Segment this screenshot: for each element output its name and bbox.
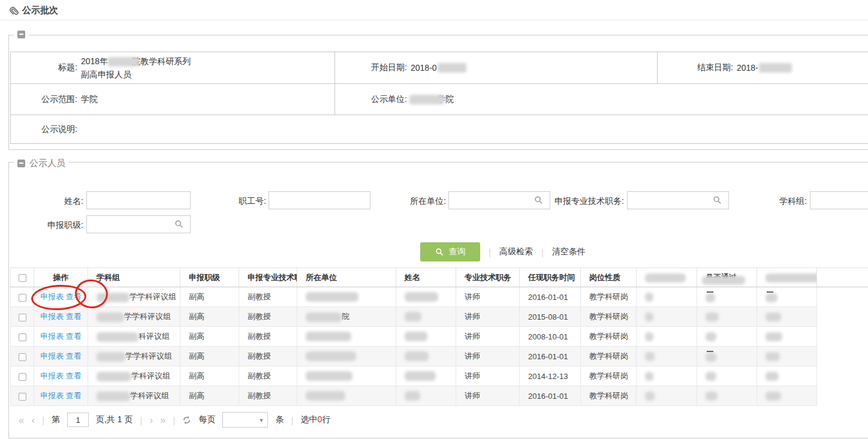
declaration-form-link[interactable]: 申报表 xyxy=(40,371,64,380)
subject-group-cell: 学科评议组 xyxy=(88,386,180,406)
subject-group-cell: 学科评议组 xyxy=(88,366,180,386)
unit-cell xyxy=(297,327,396,347)
redacted-blur xyxy=(765,392,781,401)
redacted-blur xyxy=(645,332,653,341)
subject-group-filter-input[interactable] xyxy=(810,191,868,209)
collapse-icon[interactable] xyxy=(17,31,25,38)
first-page-button[interactable]: « xyxy=(19,415,24,425)
page-title: 公示批次 xyxy=(22,5,58,16)
declaration-form-link[interactable]: 申报表 xyxy=(40,351,64,360)
declared-title-filter-label: 申报专业技术职务: xyxy=(548,196,624,206)
per-page-select[interactable]: ▼ xyxy=(222,412,268,428)
next-page-button[interactable]: › xyxy=(149,415,153,425)
declared-title-filter-input[interactable] xyxy=(627,191,729,209)
page-number-input[interactable] xyxy=(67,413,89,427)
name-cell xyxy=(396,386,456,406)
refresh-icon[interactable] xyxy=(182,416,191,425)
name-cell xyxy=(396,307,456,327)
pager: « ‹ | 第 页,共 1 页 | › » | 每页 ▼ 条 | 选中0行 xyxy=(19,411,330,429)
redacted-blur xyxy=(706,312,719,321)
name-cell xyxy=(396,287,456,307)
last-page-button[interactable]: » xyxy=(160,415,165,425)
declaration-form-link[interactable]: 申报表 xyxy=(40,292,64,301)
tenure-date-cell: 2015-08-01 xyxy=(520,307,581,327)
divider: | xyxy=(541,247,544,257)
column-header-label: 操作 xyxy=(53,273,69,282)
column-header-label: 任现职务时间 xyxy=(528,273,575,282)
redacted-blur xyxy=(409,95,444,104)
post-type-cell: 教学科研岗 xyxy=(581,347,637,366)
staff-no-filter-input[interactable] xyxy=(269,191,370,209)
declaration-form-link[interactable]: 申报表 xyxy=(40,391,64,400)
redacted-blur xyxy=(706,392,718,401)
declaration-form-link[interactable]: 申报表 xyxy=(40,332,64,341)
declared-rank-cell: 副高 xyxy=(180,366,239,386)
collapse-icon[interactable] xyxy=(17,160,25,167)
column-header: 专业技术职务 xyxy=(456,268,520,287)
unit-filter-input[interactable] xyxy=(448,191,550,209)
view-link[interactable]: 查看 xyxy=(66,332,82,341)
redacted-blur xyxy=(306,292,358,302)
advanced-search-button[interactable]: 高级检索 xyxy=(499,246,533,257)
row-checkbox[interactable] xyxy=(19,333,26,341)
declared-title-cell: 副教授 xyxy=(239,386,297,406)
row-actions-cell: 申报表 查看 xyxy=(34,347,88,366)
view-link[interactable]: 查看 xyxy=(66,351,82,360)
view-link[interactable]: 查看 xyxy=(66,292,82,301)
declaration-form-link[interactable]: 申报表 xyxy=(40,312,64,321)
column-header: 岗位性质 xyxy=(581,268,637,287)
table-row: 申报表 查看科评议组副高副教授讲师2008-10-01教学科研岗 xyxy=(11,327,868,347)
filler-cell xyxy=(817,327,868,347)
end-date-label: 结束日期: xyxy=(658,62,733,73)
redacted-blur xyxy=(97,293,129,302)
row-checkbox[interactable] xyxy=(19,294,26,302)
view-link[interactable]: 查看 xyxy=(66,312,82,321)
row-checkbox[interactable] xyxy=(19,353,26,361)
column-header-label: 所在单位 xyxy=(306,273,337,282)
post-type-cell: 教学科研岗 xyxy=(581,307,637,327)
row-checkbox[interactable] xyxy=(19,373,26,381)
redacted-blur xyxy=(706,332,716,341)
redacted-blur xyxy=(702,276,745,285)
declared-rank-cell: 副高 xyxy=(180,386,239,406)
prev-page-button[interactable]: ‹ xyxy=(31,415,35,425)
subject-group-text: 学学科评议组 xyxy=(124,312,171,321)
table-header-row: 操作学科组申报职级申报专业技术职务所在单位姓名专业技术职务任现职务时间岗位性质是… xyxy=(11,268,868,287)
column-header-label: 姓名 xyxy=(405,273,420,282)
redacted-cell xyxy=(637,386,697,406)
clear-filters-button[interactable]: 清空条件 xyxy=(552,246,586,257)
search-button[interactable]: 查询 xyxy=(420,242,480,261)
redacted-cell xyxy=(637,327,697,347)
batch-info-table: 标题: 2018年院教学科研系列 副高申报人员 开始日期: 2018-0 xyxy=(10,52,868,144)
row-checkbox[interactable] xyxy=(19,314,26,321)
title-value-suffix: 院教学科研系列 xyxy=(132,56,191,66)
redacted-blur xyxy=(97,352,125,362)
column-header: 姓名 xyxy=(396,268,456,287)
redacted-blur xyxy=(765,273,817,282)
subject-group-text: 学学科评议组 xyxy=(125,351,172,360)
row-actions-cell: 申报表 查看 xyxy=(34,327,88,347)
search-button-label: 查询 xyxy=(449,246,466,257)
view-link[interactable]: 查看 xyxy=(66,391,82,400)
current-title-cell: 讲师 xyxy=(456,327,520,347)
unit-cell xyxy=(297,386,396,406)
declared-rank-filter-input[interactable] xyxy=(86,215,191,233)
selected-rows-status: 选中0行 xyxy=(300,414,330,425)
row-select-cell xyxy=(11,307,34,327)
redacted-cell xyxy=(637,366,697,386)
row-select-cell xyxy=(11,327,34,347)
current-title-cell: 讲师 xyxy=(456,386,520,406)
declared-title-cell: 副教授 xyxy=(239,366,297,386)
unit-filter-label: 所在单位: xyxy=(384,196,446,206)
row-actions-cell: 申报表 查看 xyxy=(34,287,88,307)
row-checkbox[interactable] xyxy=(19,393,26,401)
table-row: 申报表 查看学学科评议组副高副教授讲师2016-01-01教学科研岗 xyxy=(11,347,868,366)
view-link[interactable]: 查看 xyxy=(66,371,82,380)
redacted-blur xyxy=(645,352,655,361)
title-line2: 副高申报人员 xyxy=(81,68,191,81)
divider: | xyxy=(42,415,44,425)
select-all-checkbox[interactable] xyxy=(19,274,26,282)
tenure-date-cell: 2008-10-01 xyxy=(520,327,581,347)
declared-title-cell: 副教授 xyxy=(239,287,297,307)
name-filter-input[interactable] xyxy=(86,191,191,209)
